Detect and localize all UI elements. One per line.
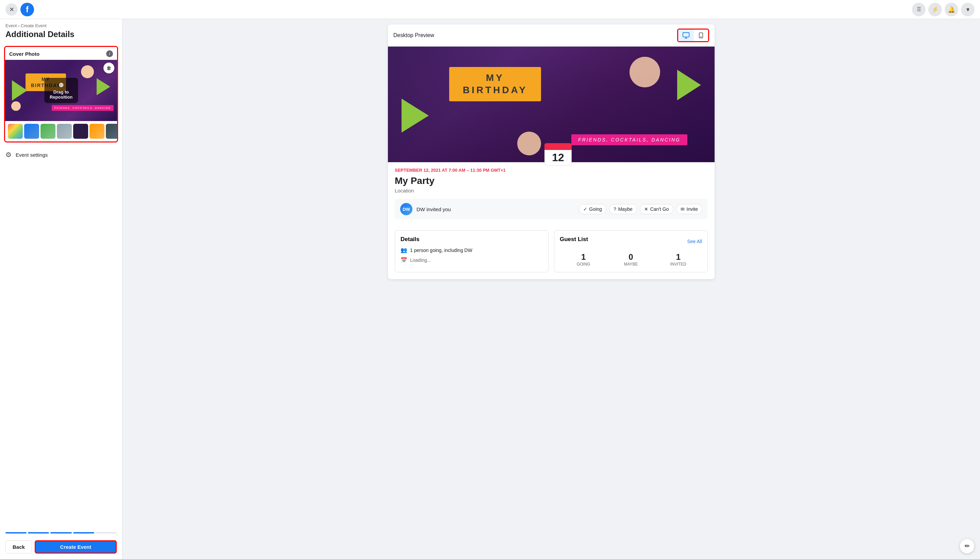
drag-icon: ⊕ <box>50 81 73 89</box>
green-arrow-left-icon <box>12 80 27 101</box>
event-name: My Party <box>395 175 708 186</box>
breadcrumb: Event › Create Event <box>5 23 117 28</box>
grid-icon-button[interactable]: ⠿ <box>912 3 925 17</box>
event-location: Location <box>395 188 708 194</box>
progress-bar-4 <box>73 532 94 534</box>
invited-text: DW invited you <box>416 207 575 212</box>
details-row-1-text: 1 person going, including DW <box>410 248 472 253</box>
details-row-2: 📅 Loading... <box>401 257 543 263</box>
maybe-icon: ? <box>614 207 616 212</box>
invited-stat: 1 INVITED <box>655 252 702 266</box>
mobile-view-button[interactable] <box>694 30 708 41</box>
cover-photo-label: Cover Photo <box>9 51 40 57</box>
thumbnail-2[interactable] <box>24 124 39 139</box>
preview-title: Desktop Preview <box>393 32 434 38</box>
guest-list-card: Guest List See All 1 GOING 0 MAYBE <box>554 230 708 272</box>
svg-rect-0 <box>683 33 689 37</box>
rsvp-bar: DW DW invited you ✓ Going ? Maybe ✕ <box>395 199 708 219</box>
date-badge: 12 <box>544 143 572 165</box>
sidebar: Event › Create Event Additional Details … <box>0 19 123 559</box>
maybe-count: 0 <box>607 252 654 262</box>
invite-button[interactable]: ✉ Invite <box>676 204 702 214</box>
thumbnail-1[interactable] <box>8 124 23 139</box>
going-button[interactable]: ✓ Going <box>579 204 606 214</box>
main-layout: Event › Create Event Additional Details … <box>0 19 980 559</box>
facebook-logo: f <box>20 3 34 17</box>
settings-label: Event settings <box>16 152 48 158</box>
details-row-2-text: Loading... <box>410 257 431 263</box>
top-navigation: ✕ f ⠿ ⚡ 🔔 ▾ <box>0 0 980 19</box>
svg-point-2 <box>701 37 701 37</box>
people-icon: 👥 <box>401 247 407 253</box>
thumbnail-7[interactable] <box>106 124 118 139</box>
thumbnail-4[interactable] <box>57 124 72 139</box>
page-title: Additional Details <box>5 30 117 39</box>
details-card-title: Details <box>401 236 543 243</box>
thumbnail-strip <box>5 121 117 141</box>
messenger-icon-button[interactable]: ⚡ <box>928 3 942 17</box>
event-settings-row[interactable]: ⚙ Event settings <box>0 147 122 163</box>
back-button[interactable]: Back <box>5 540 32 554</box>
drag-reposition-overlay[interactable]: ⊕ Drag toReposition <box>44 78 78 103</box>
thumbnail-6[interactable] <box>90 124 104 139</box>
cover-photo-header: Cover Photo i <box>5 47 117 60</box>
progress-bar-5 <box>96 532 117 534</box>
host-avatar: DW <box>400 203 413 215</box>
close-button[interactable]: ✕ <box>5 3 18 16</box>
maybe-stat-label: MAYBE <box>607 262 654 266</box>
banner-orange-box: MY BIRTHDAY <box>449 67 541 101</box>
event-details-section: SEPTEMBER 12, 2021 AT 7:00 AM – 11:30 PM… <box>388 162 715 230</box>
going-label: Going <box>589 207 602 212</box>
banner-arrow-left-icon <box>401 99 429 132</box>
banner-orange-text: MY BIRTHDAY <box>463 72 527 97</box>
desktop-view-button[interactable] <box>678 30 694 41</box>
cover-photo-img: MY BIRTHDAY FRIENDS, COCKTAILS, DANCING … <box>5 60 117 121</box>
date-badge-day: 12 <box>544 150 572 165</box>
progress-bar-3 <box>50 532 71 534</box>
cant-go-label: Can't Go <box>650 207 669 212</box>
invite-icon: ✉ <box>681 207 685 212</box>
notifications-icon-button[interactable]: 🔔 <box>945 3 958 17</box>
create-event-button[interactable]: Create Event <box>35 540 117 554</box>
going-checkmark-icon: ✓ <box>583 207 587 212</box>
bottom-buttons: Back Create Event <box>0 538 122 559</box>
invited-count: 1 <box>655 252 702 262</box>
floating-edit-button[interactable]: ✏ <box>960 539 975 554</box>
guest-stats: 1 GOING 0 MAYBE 1 INVITED <box>560 252 702 266</box>
maybe-button[interactable]: ? Maybe <box>609 204 637 214</box>
date-badge-month <box>544 143 572 150</box>
thumbnail-3[interactable] <box>40 124 55 139</box>
banner-circle-2 <box>517 132 541 155</box>
circle-avatar-1 <box>81 65 94 78</box>
device-toggles <box>677 28 709 42</box>
info-icon[interactable]: i <box>106 50 113 57</box>
banner-circle-1 <box>630 57 660 88</box>
thumbnail-5[interactable] <box>73 124 88 139</box>
delete-photo-button[interactable]: 🗑 <box>103 63 114 73</box>
going-stat: 1 GOING <box>560 252 607 266</box>
bottom-cards: Details 👥 1 person going, including DW 📅… <box>388 230 715 279</box>
account-menu-button[interactable]: ▾ <box>961 3 975 17</box>
cover-photo-section: Cover Photo i MY B <box>4 46 118 142</box>
guest-list-title: Guest List <box>560 236 588 243</box>
cant-go-icon: ✕ <box>644 207 648 212</box>
banner-subtitle: FRIENDS, COCKTAILS, DANCING <box>571 134 687 145</box>
progress-bar-2 <box>28 532 49 534</box>
event-date-text: SEPTEMBER 12, 2021 AT 7:00 AM – 11:30 PM… <box>395 168 708 173</box>
details-card: Details 👥 1 person going, including DW 📅… <box>395 230 549 272</box>
maybe-stat: 0 MAYBE <box>607 252 654 266</box>
maybe-label: Maybe <box>618 207 633 212</box>
rsvp-buttons: ✓ Going ? Maybe ✕ Can't Go ✉ <box>579 204 702 214</box>
cant-go-button[interactable]: ✕ Can't Go <box>640 204 673 214</box>
details-row-1: 👥 1 person going, including DW <box>401 247 543 253</box>
nav-left: ✕ f <box>5 3 34 17</box>
preview-header: Desktop Preview <box>388 25 715 46</box>
green-arrow-right-icon <box>97 78 110 95</box>
progress-bar-1 <box>5 532 27 534</box>
see-all-link[interactable]: See All <box>687 239 702 244</box>
cover-photo-preview: MY BIRTHDAY FRIENDS, COCKTAILS, DANCING … <box>5 60 117 121</box>
guest-list-header: Guest List See All <box>560 236 702 247</box>
preview-card: Desktop Preview <box>388 25 715 279</box>
content-area: Desktop Preview <box>123 19 980 559</box>
party-subtitle-small: FRIENDS, COCKTAILS, DANCING <box>52 105 114 111</box>
